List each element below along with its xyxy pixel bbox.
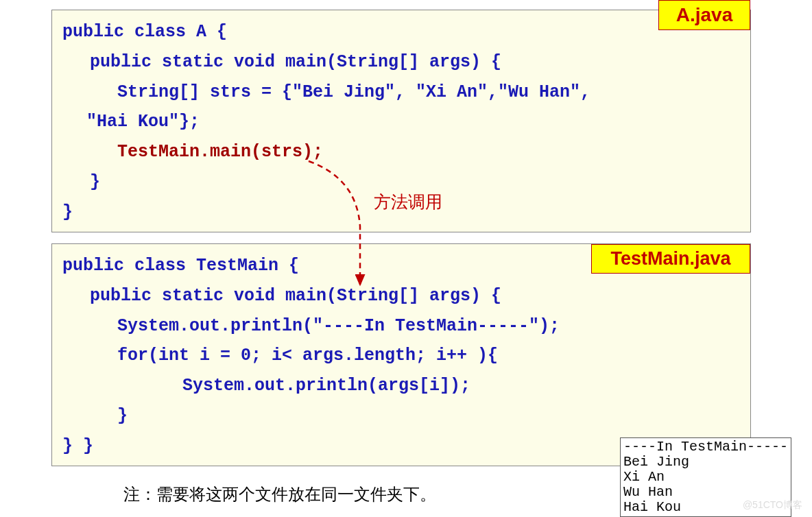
code-line: public static void main(String[] args) { [62,281,740,311]
code-line: public class A { [62,17,740,47]
code-line: public static void main(String[] args) { [62,47,740,77]
file-label-testmain: TestMain.java [591,244,750,274]
watermark: @51CTO博客 [743,499,802,512]
code-line: String[] strs = {"Bei Jing", "Xi An","Wu… [62,77,740,108]
annotation-text: 方法调用 [374,191,442,213]
code-line: for(int i = 0; i< args.length; i++ ){ [62,341,740,371]
file-label-a: A.java [658,0,750,30]
code-line: "Hai Kou"}; [62,107,740,137]
code-block-testmain: public class TestMain { public static vo… [51,243,751,466]
note-text: 注：需要将这两个文件放在同一文件夹下。 [123,483,436,505]
code-line: } [62,401,740,431]
code-line: TestMain.main(strs); [62,137,740,167]
code-line: System.out.println("----In TestMain-----… [62,311,740,341]
code-line: System.out.println(args[i]); [62,371,740,401]
